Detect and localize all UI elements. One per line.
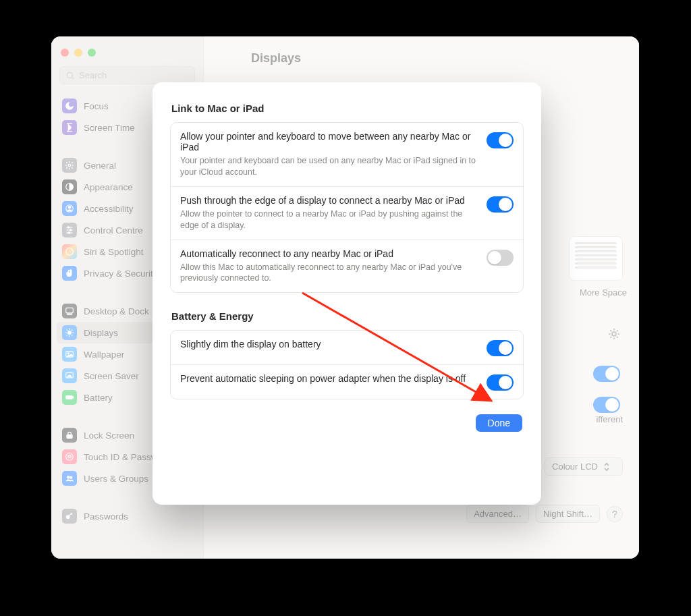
setting-label: Allow your pointer and keyboard to move … — [180, 131, 478, 152]
toggle-switch[interactable] — [487, 196, 514, 213]
setting-label: Push through the edge of a display to co… — [180, 195, 478, 206]
link-settings-card: Allow your pointer and keyboard to move … — [170, 122, 524, 293]
toggle-switch[interactable] — [487, 340, 514, 356]
setting-label: Slightly dim the display on battery — [180, 339, 478, 349]
toggle-switch[interactable] — [487, 374, 514, 391]
setting-row: Slightly dim the display on battery — [171, 331, 523, 364]
setting-row: Allow your pointer and keyboard to move … — [171, 123, 523, 186]
setting-label: Prevent automatic sleeping on power adap… — [180, 373, 478, 384]
toggle-switch[interactable] — [487, 250, 514, 266]
setting-description: Your pointer and keyboard can be used on… — [180, 155, 478, 178]
setting-row: Automatically reconnect to any nearby Ma… — [171, 240, 523, 293]
setting-description: Allow the pointer to connect to a nearby… — [180, 208, 478, 231]
toggle-switch[interactable] — [487, 132, 514, 148]
energy-settings-card: Slightly dim the display on batteryPreve… — [170, 330, 524, 399]
setting-row: Prevent automatic sleeping on power adap… — [171, 364, 523, 399]
setting-row: Push through the edge of a display to co… — [171, 186, 523, 240]
section-title-link: Link to Mac or iPad — [171, 103, 522, 114]
done-button-label: Done — [488, 418, 510, 428]
setting-description: Allow this Mac to automatically reconnec… — [180, 262, 478, 285]
setting-label: Automatically reconnect to any nearby Ma… — [180, 248, 478, 259]
done-button[interactable]: Done — [476, 414, 522, 432]
system-settings-window: Search FocusScreen TimeGeneralAppearance… — [51, 36, 639, 559]
section-title-energy: Battery & Energy — [171, 310, 522, 322]
advanced-settings-sheet: Link to Mac or iPad Allow your pointer a… — [153, 82, 541, 505]
